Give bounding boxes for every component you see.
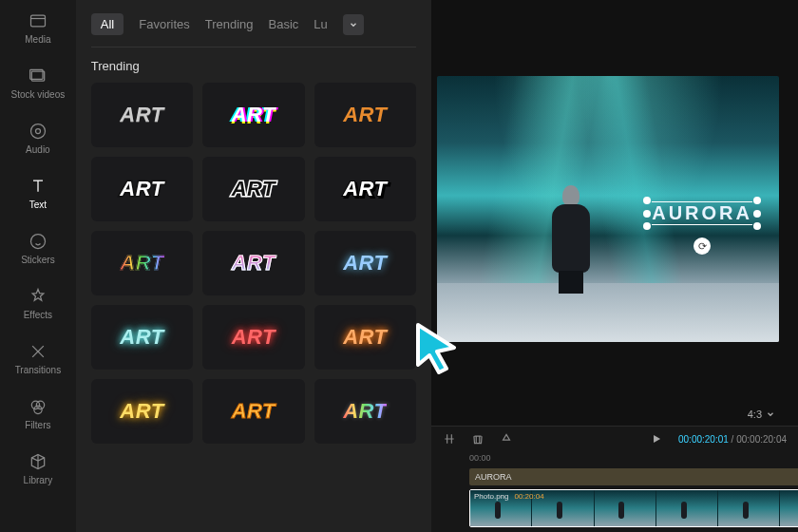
sidebar-item-text[interactable]: Text (0, 165, 76, 220)
sidebar-label: Effects (24, 310, 52, 320)
tab-trending[interactable]: Trending (205, 17, 254, 31)
timeline-ruler[interactable]: 00:00 00:10 00:20 (431, 451, 798, 465)
text-preset[interactable]: ART (91, 83, 193, 147)
sidebar-item-stock-videos[interactable]: Stock videos (0, 55, 76, 110)
text-preset[interactable]: ART (314, 157, 416, 221)
tab-basic[interactable]: Basic (269, 17, 299, 31)
svg-point-8 (34, 406, 42, 413)
text-track-label: AURORA (475, 472, 512, 482)
text-preset[interactable]: ART (202, 379, 304, 444)
text-preset[interactable]: ART (202, 305, 304, 370)
svg-point-3 (30, 124, 45, 139)
text-preset[interactable]: ART (91, 305, 193, 370)
resize-handle[interactable] (753, 197, 761, 204)
text-preset[interactable]: ART (202, 157, 304, 221)
canvas-text-value: AURORA (652, 201, 752, 225)
text-preset[interactable]: ART (91, 379, 193, 444)
text-preset[interactable]: ART (202, 231, 304, 295)
ruler-tick: 00:00 (469, 453, 491, 463)
stock-icon (28, 66, 48, 86)
audio-icon (28, 121, 48, 142)
sidebar-label: Library (24, 475, 53, 485)
preview-area: AURORA ⟳ 4:3 (431, 0, 798, 426)
resize-handle[interactable] (753, 210, 761, 218)
sidebar-label: Stickers (21, 255, 55, 265)
text-preset[interactable]: ART (314, 231, 416, 295)
effects-icon (28, 286, 48, 307)
svg-point-4 (35, 129, 40, 134)
cursor-illustration (410, 319, 462, 374)
svg-point-5 (30, 235, 45, 249)
resize-handle[interactable] (753, 222, 761, 230)
library-icon (28, 451, 48, 472)
text-preset[interactable]: ART (314, 305, 416, 370)
transitions-icon (28, 341, 48, 362)
sidebar: Media Stock videos Audio Text Stickers E… (0, 0, 76, 532)
text-preset[interactable]: ART (314, 83, 416, 147)
sidebar-label: Audio (26, 144, 50, 155)
timeline-time: 00:00:20:01 / 00:00:20:04 (678, 434, 787, 445)
tab-all[interactable]: All (91, 13, 124, 35)
stickers-icon (28, 231, 48, 252)
sidebar-label: Stock videos (11, 89, 66, 100)
sidebar-label: Filters (25, 420, 50, 430)
play-icon[interactable] (650, 432, 663, 446)
sidebar-item-library[interactable]: Library (0, 441, 76, 496)
sidebar-item-audio[interactable]: Audio (0, 110, 76, 165)
sidebar-item-transitions[interactable]: Transitions (0, 331, 76, 386)
rotate-handle[interactable]: ⟳ (694, 238, 711, 255)
svg-rect-0 (30, 15, 45, 27)
delete-icon[interactable] (471, 432, 484, 446)
sidebar-item-filters[interactable]: Filters (0, 386, 76, 441)
text-preset[interactable]: ART (91, 231, 193, 295)
text-preset[interactable]: ART (202, 83, 304, 147)
split-icon[interactable] (443, 432, 456, 446)
timeline-clip[interactable]: Photo.png00:20:04 (469, 489, 798, 527)
text-presets-panel: All Favorites Trending Basic Lu Trending… (76, 0, 431, 532)
text-icon (28, 176, 48, 197)
timeline-text-track[interactable]: AURORA (469, 468, 798, 485)
marker-icon[interactable] (500, 432, 513, 446)
sidebar-item-stickers[interactable]: Stickers (0, 220, 76, 276)
section-title: Trending (91, 59, 416, 73)
chevron-down-icon[interactable] (766, 409, 775, 419)
tab-favorites[interactable]: Favorites (139, 17, 189, 31)
text-preset[interactable]: ART (91, 157, 193, 221)
media-icon (28, 10, 48, 31)
resize-handle[interactable] (643, 197, 651, 204)
preset-grid: ART ART ART ART ART ART ART ART ART ART … (91, 83, 416, 444)
sidebar-label: Text (29, 200, 47, 210)
text-preset[interactable]: ART (314, 379, 416, 444)
svg-point-7 (36, 401, 44, 408)
sidebar-label: Media (25, 34, 50, 45)
resize-handle[interactable] (643, 210, 651, 218)
clip-label: Photo.png00:20:04 (474, 492, 544, 501)
aspect-ratio[interactable]: 4:3 (748, 408, 762, 420)
timeline: 00:00:20:01 / 00:00:20:04 00:00 00:10 00… (431, 426, 798, 532)
tabs-more-button[interactable] (343, 14, 364, 35)
preview-canvas[interactable]: AURORA ⟳ (437, 76, 779, 342)
sidebar-item-media[interactable]: Media (0, 0, 76, 55)
sidebar-label: Transitions (15, 365, 62, 375)
filters-icon (28, 396, 48, 417)
tab-cut[interactable]: Lu (314, 17, 327, 31)
sidebar-item-effects[interactable]: Effects (0, 276, 76, 331)
canvas-text-selected[interactable]: AURORA ⟳ (648, 201, 756, 225)
preset-tabs: All Favorites Trending Basic Lu (91, 8, 416, 48)
